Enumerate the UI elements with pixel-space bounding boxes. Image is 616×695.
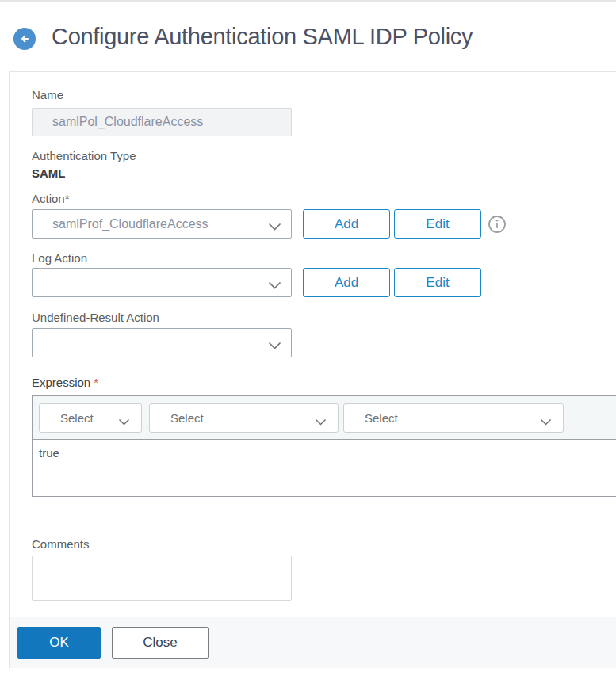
name-input (32, 108, 292, 136)
log-action-label: Log Action (32, 251, 87, 265)
action-select-value: samlProf_CloudflareAccess (33, 217, 291, 231)
expression-select-2[interactable]: Select (149, 403, 339, 433)
back-button[interactable] (13, 28, 36, 50)
chevron-down-icon (540, 415, 552, 430)
chevron-down-icon (315, 415, 327, 430)
expression-select-3[interactable]: Select (343, 403, 564, 433)
undefined-result-action-label: Undefined-Result Action (32, 311, 159, 324)
undefined-result-action-select[interactable] (32, 328, 292, 357)
expression-input[interactable]: true (33, 441, 616, 496)
chevron-down-icon (268, 279, 281, 293)
info-icon[interactable] (488, 215, 507, 237)
authentication-type-label: Authentication Type (32, 149, 136, 162)
expression-select-3-value: Select (344, 411, 563, 425)
log-action-select[interactable] (32, 268, 292, 297)
log-action-add-button[interactable]: Add (303, 268, 390, 297)
action-add-button[interactable]: Add (303, 209, 390, 239)
expression-editor: Select Select Select true (32, 395, 616, 497)
action-edit-button[interactable]: Edit (394, 209, 481, 239)
arrow-left-icon (18, 32, 31, 45)
name-label: Name (32, 88, 63, 101)
authentication-type-value: SAML (32, 166, 66, 180)
chevron-down-icon (268, 339, 281, 353)
action-select[interactable]: samlProf_CloudflareAccess (32, 209, 292, 239)
comments-input[interactable] (32, 556, 292, 601)
ok-button[interactable]: OK (17, 627, 101, 659)
chevron-down-icon (268, 220, 281, 235)
page-title: Configure Authentication SAML IDP Policy (52, 24, 473, 50)
configure-saml-idp-policy-page: Configure Authentication SAML IDP Policy… (0, 0, 616, 695)
expression-label: Expression* (32, 376, 98, 389)
action-label: Action* (32, 192, 70, 205)
log-action-edit-button[interactable]: Edit (394, 268, 481, 297)
expression-select-1[interactable]: Select (39, 403, 142, 433)
expression-select-2-value: Select (150, 411, 338, 425)
required-asterisk: * (94, 376, 98, 389)
expression-toolbar: Select Select Select (33, 396, 616, 440)
comments-label: Comments (32, 537, 90, 551)
chevron-down-icon (118, 415, 130, 430)
close-button[interactable]: Close (112, 627, 209, 659)
